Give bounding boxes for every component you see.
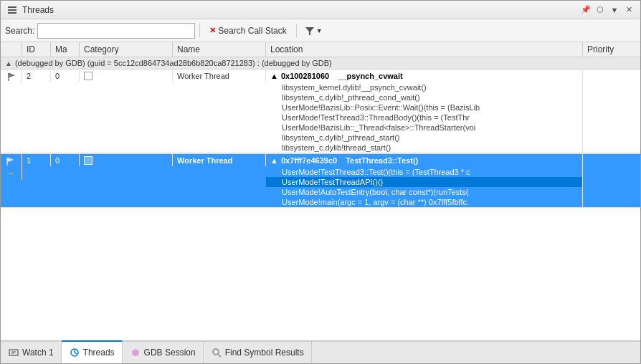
thread-1-loc-0[interactable]: libsystem_kernel.dylib!__psynch_cvwait() bbox=[266, 82, 582, 92]
thread-1-loc-3[interactable]: UserMode!TestThread3::ThreadBody()(this … bbox=[266, 112, 582, 123]
thread-1-ma: 0 bbox=[51, 70, 80, 82]
search-x-icon: ✕ bbox=[209, 26, 216, 35]
thread-1-loc-1[interactable]: libsystem_c.dylib!_pthread_cond_wait() bbox=[266, 92, 582, 102]
svg-marker-4 bbox=[9, 73, 14, 77]
thread-1-category bbox=[80, 70, 173, 82]
thread-1-loc-header: ▲ 0x100281060 __psynch_cvwait bbox=[266, 70, 582, 82]
thread-1-loc-2[interactable]: UserMode!BazisLib::Posix::Event::Wait()(… bbox=[266, 102, 582, 112]
filter-button[interactable]: ▼ bbox=[301, 23, 326, 39]
gdb-icon-svg bbox=[130, 348, 141, 358]
group-row-text: (debugged by GDB) (guid = 5cc12cd864734a… bbox=[15, 59, 332, 67]
dock-button[interactable]: ⬡ bbox=[594, 4, 606, 16]
filter-dropdown-icon: ▼ bbox=[316, 27, 323, 34]
thread-1-status-icon bbox=[1, 70, 22, 83]
main-content: ID Ma Category Name Location Priority ▲ … bbox=[1, 42, 640, 340]
tab-find-symbol-label: Find Symbol Results bbox=[225, 348, 304, 358]
svg-rect-0 bbox=[8, 6, 16, 8]
threads-title-icon bbox=[6, 4, 18, 16]
flag-icon-1 bbox=[6, 72, 16, 82]
thread-2-status-icons: → bbox=[1, 154, 22, 180]
th-ma: Ma bbox=[51, 42, 80, 57]
watch1-icon bbox=[8, 347, 19, 358]
thread-1-checkbox[interactable] bbox=[84, 72, 92, 80]
thread-1-loc-6[interactable]: libsystem_c.dylib!thread_start() bbox=[266, 143, 582, 153]
thread-2-function: TestThread3::Test() bbox=[346, 156, 418, 165]
thread-2-loc-0[interactable]: UserMode!TestThread3::Test()(this = (Tes… bbox=[266, 167, 582, 177]
thread-2-loc-2[interactable]: UserMode!AutoTestEntry(bool, char const*… bbox=[266, 187, 582, 197]
tab-watch1-label: Watch 1 bbox=[22, 348, 54, 358]
tab-find-symbol[interactable]: Find Symbol Results bbox=[204, 342, 312, 363]
toolbar-separator bbox=[199, 24, 200, 38]
search-input[interactable] bbox=[37, 23, 195, 39]
find-symbol-icon bbox=[211, 347, 222, 358]
thread-1-id: 2 bbox=[22, 70, 51, 82]
table-header: ID Ma Category Name Location Priority bbox=[1, 42, 640, 57]
thread-2-location: ▲ 0x7fff7e4639c0 TestThread3::Test() Use… bbox=[266, 154, 583, 207]
tab-gdb-label: GDB Session bbox=[144, 348, 196, 358]
thread-2-checkbox[interactable] bbox=[84, 156, 92, 165]
svg-point-16 bbox=[136, 350, 138, 353]
thread-2-address: 0x7fff7e4639c0 bbox=[281, 156, 337, 165]
thread-1-loc-expand[interactable]: ▲ bbox=[270, 72, 278, 80]
filter-icon bbox=[305, 26, 315, 36]
svg-marker-6 bbox=[7, 158, 13, 162]
thread-row-1[interactable]: 2 0 Worker Thread ▲ 0x100281060 __psynch… bbox=[1, 70, 640, 153]
title-bar-controls: 📌 ⬡ ▼ ✕ bbox=[580, 4, 635, 16]
svg-rect-2 bbox=[8, 12, 16, 14]
thread-section-1: 2 0 Worker Thread ▲ 0x100281060 __psynch… bbox=[1, 70, 640, 154]
thread-1-name: Worker Thread bbox=[173, 70, 266, 82]
threads-tab-icon bbox=[69, 347, 80, 358]
tab-threads-label: Threads bbox=[83, 348, 115, 358]
th-category: Category bbox=[80, 42, 173, 57]
svg-point-15 bbox=[132, 350, 134, 353]
th-location: Location bbox=[266, 42, 583, 57]
thread-2-ma: 0 bbox=[51, 154, 80, 166]
thread-section-2: → 1 0 Worker Thread ▲ 0x7fff7e4639c0 Tes… bbox=[1, 154, 640, 208]
thread-1-loc-5[interactable]: libsystem_c.dylib!_pthread_start() bbox=[266, 133, 582, 143]
thread-2-loc-1-active[interactable]: UserMode!TestThreadAPI()() bbox=[266, 177, 582, 187]
th-name: Name bbox=[173, 42, 266, 57]
svg-marker-3 bbox=[305, 27, 314, 35]
thread-group-row: ▲ (debugged by GDB) (guid = 5cc12cd86473… bbox=[1, 57, 640, 70]
gdb-icon bbox=[130, 347, 141, 358]
thread-2-loc-header: ▲ 0x7fff7e4639c0 TestThread3::Test() bbox=[266, 154, 582, 167]
thread-2-loc-expand[interactable]: ▲ bbox=[270, 156, 278, 165]
th-expand bbox=[1, 42, 22, 57]
tab-gdb-session[interactable]: GDB Session bbox=[123, 342, 204, 363]
svg-line-13 bbox=[75, 353, 77, 354]
threads-icon-svg bbox=[70, 348, 80, 358]
window-title: Threads bbox=[22, 5, 54, 15]
tab-watch1[interactable]: Watch 1 bbox=[1, 342, 62, 363]
find-icon-svg bbox=[212, 348, 222, 358]
thread-row-2[interactable]: → 1 0 Worker Thread ▲ 0x7fff7e4639c0 Tes… bbox=[1, 154, 640, 207]
title-bar: Threads 📌 ⬡ ▼ ✕ bbox=[1, 1, 640, 19]
thread-2-id: 1 bbox=[22, 154, 51, 166]
thread-1-address: 0x100281060 bbox=[281, 72, 329, 80]
svg-rect-1 bbox=[8, 9, 16, 11]
th-priority: Priority bbox=[583, 42, 640, 57]
thread-1-location: ▲ 0x100281060 __psynch_cvwait libsystem_… bbox=[266, 70, 583, 153]
thread-1-loc-4[interactable]: UserMode!BazisLib::_Thread<false>::Threa… bbox=[266, 123, 582, 133]
title-bar-left: Threads bbox=[6, 4, 54, 16]
search-call-stack-label: Search Call Stack bbox=[218, 26, 286, 36]
thread-1-priority bbox=[583, 70, 640, 73]
pin-button[interactable]: 📌 bbox=[580, 4, 592, 16]
thread-1-function: __psynch_cvwait bbox=[338, 72, 403, 80]
close-button[interactable]: ✕ bbox=[623, 4, 635, 16]
threads-window: Threads 📌 ⬡ ▼ ✕ Search: ✕ Search Call St… bbox=[0, 0, 641, 364]
toolbar: Search: ✕ Search Call Stack ▼ bbox=[1, 19, 640, 42]
search-label: Search: bbox=[5, 26, 34, 36]
threads-table: ▲ (debugged by GDB) (guid = 5cc12cd86473… bbox=[1, 57, 640, 340]
toolbar-separator-2 bbox=[296, 24, 297, 38]
group-expand-icon[interactable]: ▲ bbox=[5, 59, 12, 67]
current-thread-arrow: → bbox=[5, 168, 14, 178]
svg-rect-8 bbox=[9, 350, 18, 355]
tab-threads[interactable]: Threads bbox=[62, 340, 123, 363]
thread-2-priority bbox=[583, 154, 640, 158]
menu-button[interactable]: ▼ bbox=[609, 4, 620, 16]
flag-icon-2 bbox=[5, 156, 15, 166]
search-call-stack-button[interactable]: ✕ Search Call Stack bbox=[204, 23, 291, 39]
thread-2-loc-3[interactable]: UserMode!main(argc = 1, argv = (char **)… bbox=[266, 197, 582, 207]
svg-line-19 bbox=[218, 354, 221, 357]
watch-icon-svg bbox=[9, 348, 19, 358]
